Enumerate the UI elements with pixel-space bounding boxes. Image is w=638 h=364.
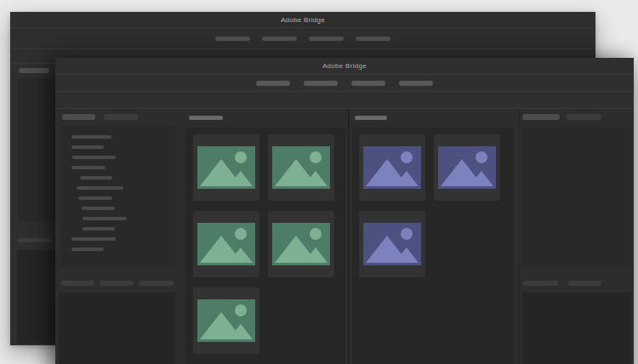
back-window-title: Adobe Bridge: [281, 16, 325, 24]
sidebar-tab-pill[interactable]: [17, 238, 51, 242]
metadata-tab-pill[interactable]: [522, 114, 560, 120]
back-window-menubar: [10, 28, 595, 49]
folder-item-line[interactable]: [78, 196, 112, 200]
folder-item-line[interactable]: [77, 186, 123, 190]
toolbar-button-pill[interactable]: [399, 81, 433, 86]
front-window-titlebar[interactable]: Adobe Bridge: [55, 58, 634, 75]
folder-item-line[interactable]: [80, 176, 112, 179]
folder-item-line[interactable]: [71, 237, 116, 241]
folders-sidebar: [55, 109, 180, 364]
metadata-tab-pill[interactable]: [567, 114, 601, 120]
menu-item-pill[interactable]: [356, 37, 390, 41]
mountain-sun-icon: [363, 223, 421, 265]
menu-item-pill[interactable]: [262, 37, 297, 41]
column-header-pill[interactable]: [189, 116, 223, 120]
filter-tab-pill[interactable]: [100, 281, 134, 286]
toolbar-button-pill[interactable]: [351, 81, 385, 86]
keywords-tab-pill[interactable]: [522, 281, 558, 286]
folder-tree-panel: [60, 126, 175, 266]
image-thumbnail[interactable]: [193, 211, 259, 277]
toolbar-button-pill[interactable]: [256, 81, 290, 86]
metadata-panel: [522, 128, 631, 266]
mountain-sun-icon: [272, 146, 330, 189]
folder-item-line[interactable]: [83, 227, 115, 230]
front-window-toolbar: [55, 75, 634, 92]
front-window-optionbar: [55, 92, 634, 109]
content-browser: [180, 109, 519, 364]
image-thumbnail[interactable]: [268, 134, 334, 201]
folder-item-line[interactable]: [82, 207, 115, 210]
menu-item-pill[interactable]: [215, 37, 250, 41]
mountain-sun-icon: [197, 299, 255, 342]
menu-item-pill[interactable]: [309, 37, 344, 41]
keywords-panel: [522, 293, 631, 364]
sidebar-panel: [17, 250, 56, 344]
front-window-content: [55, 109, 634, 364]
image-thumbnail[interactable]: [359, 211, 425, 277]
back-window-titlebar[interactable]: Adobe Bridge: [10, 12, 595, 28]
mountain-sun-icon: [197, 223, 255, 265]
folder-item-line[interactable]: [71, 145, 104, 149]
sidebar-tab-pill[interactable]: [19, 68, 49, 73]
image-thumbnail[interactable]: [359, 134, 425, 201]
column-header-pill[interactable]: [355, 116, 387, 120]
keywords-tab-pill[interactable]: [567, 281, 601, 286]
filter-tab-pill[interactable]: [60, 281, 94, 286]
image-thumbnail[interactable]: [268, 211, 334, 277]
image-thumbnail[interactable]: [193, 134, 259, 201]
folder-item-line[interactable]: [72, 156, 116, 159]
mountain-sun-icon: [363, 146, 421, 189]
folder-item-line[interactable]: [83, 217, 127, 220]
filter-panel: [59, 293, 175, 364]
panel-divider: [348, 109, 350, 364]
sidebar-tab-pill[interactable]: [62, 114, 95, 120]
toolbar-button-pill[interactable]: [304, 81, 338, 86]
filter-tab-pill[interactable]: [139, 281, 174, 286]
mountain-sun-icon: [272, 223, 330, 265]
mountain-sun-icon: [438, 146, 496, 189]
mountain-sun-icon: [197, 146, 255, 189]
sidebar-tab-pill[interactable]: [104, 114, 138, 120]
folder-item-line[interactable]: [71, 247, 104, 251]
image-thumbnail[interactable]: [434, 134, 500, 201]
metadata-sidebar: [519, 109, 634, 364]
folder-item-line[interactable]: [71, 166, 105, 169]
front-window: Adobe Bridge: [55, 58, 634, 364]
back-window-sidebar: [10, 64, 55, 345]
sidebar-panel: [18, 78, 57, 221]
folder-item-line[interactable]: [71, 135, 111, 139]
image-thumbnail[interactable]: [193, 287, 259, 354]
front-window-title: Adobe Bridge: [322, 62, 367, 70]
